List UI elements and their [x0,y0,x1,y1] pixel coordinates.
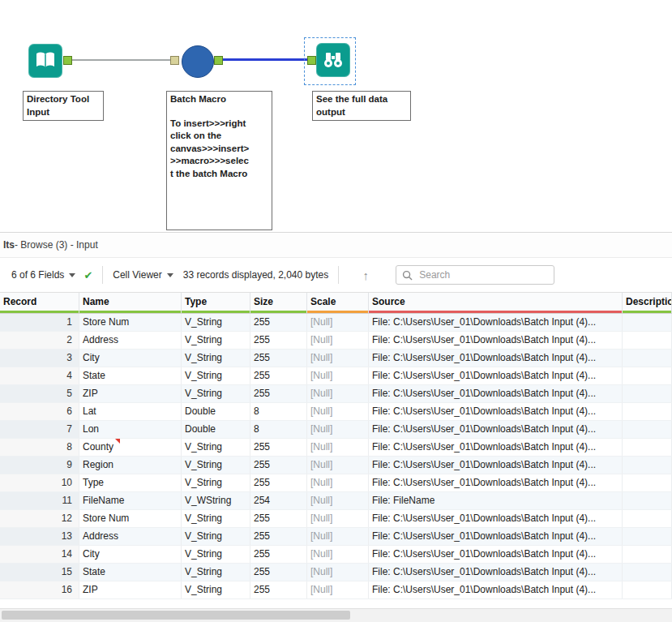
scrollbar-thumb[interactable] [2,611,350,620]
scale-cell: [Null] [307,528,369,545]
record-cell: 6 [0,403,79,420]
upload-arrow-icon[interactable] [357,266,375,284]
name-value: State [83,566,105,577]
column-header-scale[interactable]: Scale [307,293,369,313]
name-cell: FileName [79,492,182,509]
source-cell: File: C:\Users\User_01\Downloads\Batch I… [369,385,623,402]
table-row[interactable]: 8 County V_String 255 [Null] File: C:\Us… [0,439,672,457]
connection-directory-to-macro[interactable] [71,59,170,61]
description-cell [623,492,672,509]
name-value: ZIP [83,584,98,595]
description-cell [623,385,672,402]
size-cell: 255 [250,350,307,367]
name-value: Address [83,334,118,345]
name-value: Address [83,530,118,542]
directory-tool-icon[interactable] [28,44,62,78]
toolbar-separator [338,266,339,284]
directory-tool-label[interactable]: Directory Tool Input [23,91,104,121]
record-cell: 8 [0,439,79,456]
table-row[interactable]: 15 State V_String 255 [Null] File: C:\Us… [0,564,672,581]
batch-macro-annotation[interactable]: Batch Macro To insert>>>right click on t… [166,91,272,230]
size-cell: 255 [250,367,307,384]
table-row[interactable]: 7 Lon Double 8 [Null] File: C:\Users\Use… [0,421,672,439]
name-cell: Type [79,474,182,491]
type-cell: V_String [182,510,250,527]
results-header: lts - Browse (3) - Input [0,233,672,258]
search-box[interactable] [396,265,554,285]
table-row[interactable]: 4 State V_String 255 [Null] File: C:\Use… [0,367,672,385]
size-cell: 8 [250,403,307,420]
macro-input-anchor[interactable] [170,56,179,65]
annotation-line: canvas>>>insert> [170,143,268,156]
browse-tool-icon[interactable] [316,43,350,77]
record-cell: 3 [0,350,79,367]
source-cell: File: C:\Users\User_01\Downloads\Batch I… [369,474,623,491]
table-row[interactable]: 13 Address V_String 255 [Null] File: C:\… [0,528,672,546]
type-cell: V_String [182,367,250,384]
table-row[interactable]: 9 Region V_String 255 [Null] File: C:\Us… [0,457,672,474]
record-cell: 4 [0,367,79,384]
data-quality-bar [623,311,671,313]
browse-input-anchor[interactable] [307,56,316,65]
table-row[interactable]: 1 Store Num V_String 255 [Null] File: C:… [0,314,672,332]
source-cell: File: FileName [369,492,623,509]
table-row[interactable]: 2 Address V_String 255 [Null] File: C:\U… [0,332,672,350]
batch-macro-icon[interactable] [182,45,214,78]
column-header-source[interactable]: Source [369,293,623,313]
description-cell [623,439,672,456]
name-cell: Store Num [79,314,182,331]
size-cell: 255 [250,546,307,563]
size-cell: 8 [250,421,307,438]
table-row[interactable]: 16 ZIP V_String 255 [Null] File: C:\User… [0,581,672,599]
source-cell: File: C:\Users\User_01\Downloads\Batch I… [369,421,623,438]
name-value: Store Num [83,513,129,524]
column-header-record[interactable]: Record [0,293,79,313]
scale-cell: [Null] [307,367,369,384]
type-cell: V_String [182,332,250,349]
workflow-canvas[interactable]: Directory Tool Input Batch Macro To inse… [0,0,672,233]
type-cell: V_String [182,385,250,402]
data-quality-bar [250,311,306,313]
annotation-line: To insert>>>right [170,118,268,131]
column-header-description[interactable]: Description [623,293,672,313]
record-cell: 7 [0,421,79,438]
column-header-name[interactable]: Name [79,293,182,313]
column-header-size[interactable]: Size [250,293,307,313]
search-input[interactable] [417,268,548,281]
browse-tool-label[interactable]: See the full data output [312,91,411,121]
table-row[interactable]: 11 FileName V_WString 254 [Null] File: F… [0,492,672,510]
cell-viewer-label: Cell Viewer [113,269,161,281]
table-row[interactable]: 6 Lat Double 8 [Null] File: C:\Users\Use… [0,403,672,421]
table-row[interactable]: 14 City V_String 255 [Null] File: C:\Use… [0,546,672,564]
size-cell: 255 [250,314,307,331]
name-cell: Address [79,528,182,545]
name-value: Lat [83,405,96,417]
table-row[interactable]: 10 Type V_String 255 [Null] File: C:\Use… [0,474,672,492]
source-cell: File: C:\Users\User_01\Downloads\Batch I… [369,564,623,581]
connection-macro-to-browse[interactable] [222,58,307,61]
macro-output-anchor[interactable] [214,56,223,65]
flag-icon [115,439,120,444]
scale-cell: [Null] [307,581,369,598]
name-cell: ZIP [79,385,182,402]
table-row[interactable]: 3 City V_String 255 [Null] File: C:\User… [0,350,672,367]
scale-cell: [Null] [307,439,369,456]
check-icon[interactable] [83,269,92,281]
name-cell: State [79,367,182,384]
column-header-type[interactable]: Type [182,293,250,313]
directory-output-anchor[interactable] [63,56,72,65]
cell-viewer-dropdown[interactable]: Cell Viewer [113,269,173,281]
toolbar-separator [102,266,103,284]
description-cell [623,510,672,527]
fields-dropdown[interactable]: 6 of 6 Fields [11,269,75,281]
scale-cell: [Null] [307,510,369,527]
table-row[interactable]: 12 Store Num V_String 255 [Null] File: C… [0,510,672,528]
annotation-line: >>macro>>>selec [170,155,268,168]
type-cell: V_String [182,564,250,581]
name-value: Store Num [83,316,129,328]
name-value: ZIP [83,388,98,399]
table-row[interactable]: 5 ZIP V_String 255 [Null] File: C:\Users… [0,385,672,403]
name-value: City [83,352,100,363]
horizontal-scrollbar[interactable] [0,608,672,622]
records-info: 33 records displayed, 2,040 bytes [183,269,328,281]
